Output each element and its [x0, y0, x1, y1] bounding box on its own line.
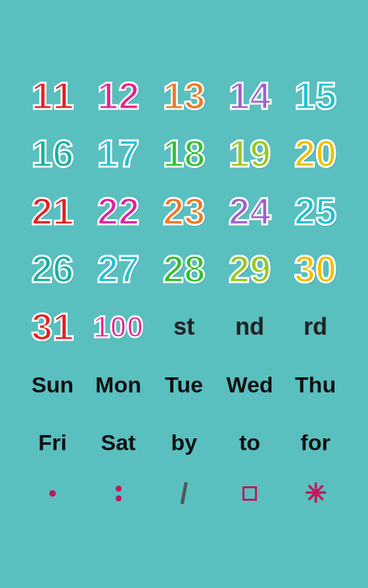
number-29: 29 — [229, 250, 271, 288]
number-18: 18 — [163, 135, 206, 173]
row-4: 26 27 28 29 30 — [20, 243, 348, 295]
day-wed: Wed — [226, 373, 273, 396]
number-20: 20 — [294, 135, 337, 173]
number-19: 19 — [229, 135, 271, 173]
number-28: 28 — [163, 250, 206, 288]
suffix-st: st — [173, 315, 195, 339]
asterisk-symbol: ✳ — [304, 480, 327, 507]
word-by: by — [171, 431, 197, 453]
row-1: 11 12 13 14 15 — [20, 70, 348, 122]
day-mon: Mon — [95, 373, 141, 396]
dot-symbol — [49, 490, 56, 497]
number-14: 14 — [229, 77, 271, 115]
day-sun: Sun — [32, 373, 74, 396]
row-6: Sun Mon Tue Wed Thu — [20, 358, 348, 411]
suffix-rd: rd — [304, 315, 327, 339]
number-17: 17 — [97, 135, 140, 173]
word-for: for — [300, 431, 330, 453]
number-12: 12 — [97, 77, 140, 115]
number-15: 15 — [294, 77, 337, 115]
number-30: 30 — [294, 250, 337, 288]
number-100: 100 — [93, 312, 144, 342]
row-3: 21 22 23 24 25 — [20, 185, 348, 238]
number-22: 22 — [97, 192, 140, 230]
day-fri: Fri — [38, 431, 66, 453]
colon-symbol — [116, 486, 122, 501]
number-11: 11 — [32, 77, 74, 115]
slash-symbol: / — [180, 479, 188, 508]
row-8: / ✳ — [20, 474, 348, 513]
number-25: 25 — [294, 192, 337, 230]
row-7: Fri Sat by to for — [20, 416, 348, 469]
word-to: to — [239, 431, 260, 453]
square-symbol — [242, 486, 257, 501]
day-sat: Sat — [101, 431, 136, 453]
number-21: 21 — [32, 192, 74, 230]
number-31: 31 — [32, 308, 74, 346]
number-27: 27 — [97, 250, 140, 288]
number-26: 26 — [32, 250, 74, 288]
day-tue: Tue — [165, 373, 203, 396]
row-5: 31 100 st nd rd — [20, 301, 348, 353]
day-thu: Thu — [295, 373, 336, 396]
number-24: 24 — [229, 192, 271, 230]
row-2: 16 17 18 19 20 — [20, 127, 348, 180]
number-16: 16 — [32, 135, 74, 173]
suffix-nd: nd — [235, 315, 264, 339]
number-13: 13 — [163, 77, 206, 115]
main-grid: 11 12 13 14 15 16 17 18 19 20 21 22 23 2… — [13, 56, 355, 532]
number-23: 23 — [163, 192, 206, 230]
